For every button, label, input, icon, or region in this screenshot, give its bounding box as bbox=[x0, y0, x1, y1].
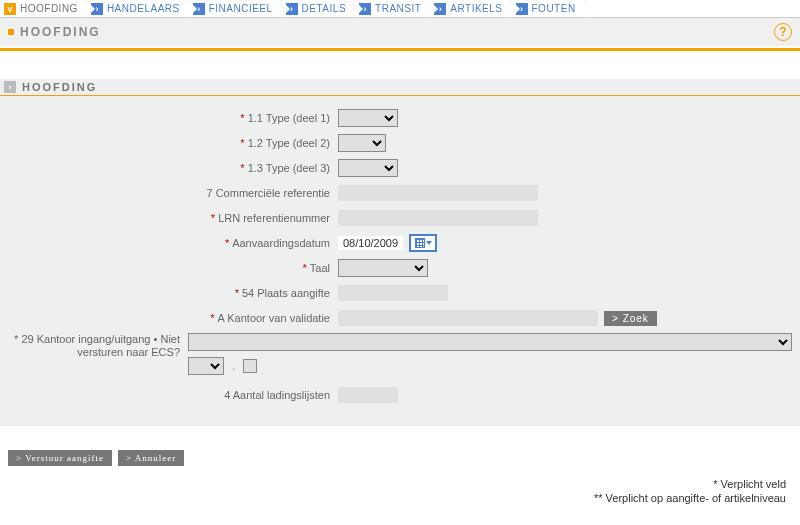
label-date: *Aanvaardingsdatum bbox=[8, 237, 338, 249]
form-area: *1.1 Type (deel 1) *1.2 Type (deel 2) *1… bbox=[0, 96, 800, 426]
divider bbox=[0, 48, 800, 51]
chevron-down-icon: v bbox=[4, 3, 16, 15]
section-title: HOOFDING bbox=[22, 81, 97, 93]
select-type2[interactable] bbox=[338, 134, 386, 152]
page-header: HOOFDING ? bbox=[0, 18, 800, 46]
help-icon[interactable]: ? bbox=[774, 23, 792, 41]
tab-details[interactable]: › DETAILS bbox=[282, 0, 355, 17]
input-lrn[interactable] bbox=[338, 210, 538, 226]
calendar-button[interactable] bbox=[409, 234, 437, 252]
footnote-required-level: ** Verplicht op aangifte- of artikelnive… bbox=[0, 492, 786, 504]
label-taal: *Taal bbox=[8, 262, 338, 274]
tab-label: HOOFDING bbox=[20, 3, 78, 14]
label-comref: 7 Commerciële referentie bbox=[8, 187, 338, 199]
page-title: HOOFDING bbox=[20, 25, 101, 39]
tab-label: TRANSIT bbox=[375, 3, 421, 14]
input-comref[interactable] bbox=[338, 185, 538, 201]
checkbox-ecs[interactable] bbox=[243, 359, 257, 373]
input-lading[interactable] bbox=[338, 387, 398, 403]
tab-bar: v HOOFDING › HANDELAARS › FINANCIEEL › D… bbox=[0, 0, 800, 18]
select-type1[interactable] bbox=[338, 109, 398, 127]
label-kantoor: *A Kantoor van validatie bbox=[8, 312, 338, 324]
chevron-right-icon: › bbox=[4, 81, 16, 93]
calendar-icon bbox=[415, 238, 425, 248]
tab-label: HANDELAARS bbox=[107, 3, 180, 14]
select-k29[interactable] bbox=[188, 333, 792, 351]
tab-label: DETAILS bbox=[302, 3, 346, 14]
dropdown-icon bbox=[426, 241, 432, 245]
zoek-button[interactable]: Zoek bbox=[604, 311, 657, 326]
tab-hoofding[interactable]: v HOOFDING bbox=[0, 0, 87, 17]
select-type3[interactable] bbox=[338, 159, 398, 177]
label-lading: 4 Aantal ladingslijsten bbox=[8, 389, 338, 401]
tab-artikels[interactable]: › ARTIKELS bbox=[430, 0, 511, 17]
label-plaats: *54 Plaats aangifte bbox=[8, 287, 338, 299]
tab-financieel[interactable]: › FINANCIEEL bbox=[189, 0, 282, 17]
bullet-icon bbox=[8, 29, 14, 35]
button-row: Verstuur aangifte Annuleer bbox=[8, 450, 800, 466]
tab-label: FOUTEN bbox=[532, 3, 576, 14]
tab-label: ARTIKELS bbox=[450, 3, 502, 14]
label-type1: *1.1 Type (deel 1) bbox=[8, 112, 338, 124]
select-k29-sub[interactable] bbox=[188, 357, 224, 375]
date-value: 08/10/2009 bbox=[338, 236, 403, 250]
input-plaats[interactable] bbox=[338, 285, 448, 301]
input-kantoor[interactable] bbox=[338, 310, 598, 326]
label-k29: * 29 Kantoor ingang/uitgang • Niet verst… bbox=[8, 333, 188, 359]
select-taal[interactable] bbox=[338, 259, 428, 277]
footnote-required: * Verplicht veld bbox=[0, 478, 786, 490]
section-header: › HOOFDING bbox=[0, 79, 800, 96]
cancel-button[interactable]: Annuleer bbox=[118, 450, 184, 466]
tab-handelaars[interactable]: › HANDELAARS bbox=[87, 0, 189, 17]
label-type2: *1.2 Type (deel 2) bbox=[8, 137, 338, 149]
tab-label: FINANCIEEL bbox=[209, 3, 273, 14]
label-lrn: *LRN referentienummer bbox=[8, 212, 338, 224]
submit-button[interactable]: Verstuur aangifte bbox=[8, 450, 112, 466]
tab-fouten[interactable]: › FOUTEN bbox=[512, 0, 585, 17]
label-type3: *1.3 Type (deel 3) bbox=[8, 162, 338, 174]
footnotes: * Verplicht veld ** Verplicht op aangift… bbox=[0, 466, 800, 512]
tab-transit[interactable]: › TRANSIT bbox=[355, 0, 430, 17]
